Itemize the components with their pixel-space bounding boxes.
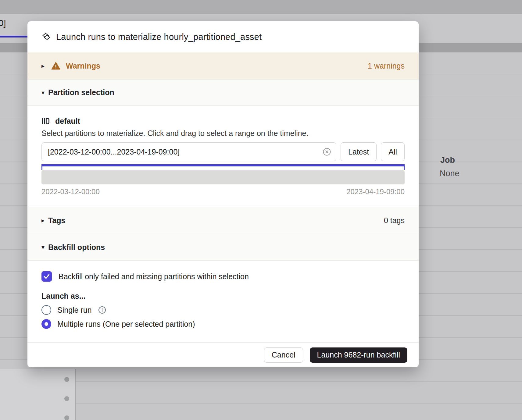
partition-dimension-row: default bbox=[41, 116, 405, 126]
background-dot bbox=[64, 377, 69, 382]
chevron-down-icon: ▾ bbox=[41, 89, 48, 96]
launch-backfill-dialog: Launch runs to materialize hourly_partit… bbox=[27, 21, 419, 367]
launch-as-label: Launch as... bbox=[41, 292, 405, 300]
multiple-runs-radio[interactable] bbox=[41, 319, 51, 329]
background-left-panel bbox=[0, 369, 76, 420]
dialog-footer: Cancel Launch 9682-run backfill bbox=[27, 342, 419, 367]
partition-timeline[interactable] bbox=[41, 170, 405, 184]
all-button[interactable]: All bbox=[381, 142, 405, 161]
multiple-runs-label: Multiple runs (One per selected partitio… bbox=[57, 320, 195, 329]
background-cut-text: 0] bbox=[0, 18, 6, 28]
partition-selection-header: Partition selection bbox=[48, 88, 114, 97]
chevron-right-icon: ▸ bbox=[41, 217, 48, 224]
partition-icon bbox=[41, 117, 50, 125]
multiple-runs-option: Multiple runs (One per selected partitio… bbox=[41, 319, 405, 329]
partition-range-controls: Latest All bbox=[41, 142, 405, 161]
materialize-asset-icon bbox=[41, 32, 51, 42]
dialog-title: Launch runs to materialize hourly_partit… bbox=[56, 32, 262, 42]
range-start-label: 2022-03-12-00:00 bbox=[41, 187, 100, 196]
background-dot bbox=[64, 396, 69, 401]
backfill-only-failed-label: Backfill only failed and missing partiti… bbox=[59, 272, 249, 281]
backfill-only-failed-checkbox[interactable] bbox=[41, 271, 52, 282]
background-dot bbox=[64, 415, 69, 420]
selection-range-bracket bbox=[41, 164, 405, 170]
warning-triangle-icon bbox=[51, 61, 60, 70]
partition-selection-body: default Select partitions to materialize… bbox=[27, 106, 419, 207]
info-icon[interactable] bbox=[98, 306, 106, 314]
background-job-column-label: Job bbox=[440, 155, 455, 165]
single-run-label: Single run bbox=[57, 306, 92, 315]
partition-range-input-wrap bbox=[41, 142, 336, 161]
latest-button[interactable]: Latest bbox=[341, 142, 377, 161]
partition-range-input[interactable] bbox=[41, 142, 336, 161]
partition-dimension-name: default bbox=[55, 117, 80, 126]
launch-backfill-button[interactable]: Launch 9682-run backfill bbox=[310, 347, 407, 363]
single-run-radio[interactable] bbox=[41, 305, 51, 315]
background-toolbar bbox=[0, 0, 522, 14]
single-run-option: Single run bbox=[41, 305, 405, 315]
warnings-label: Warnings bbox=[66, 62, 100, 70]
tags-section-toggle[interactable]: ▸ Tags 0 tags bbox=[27, 207, 419, 234]
cancel-button[interactable]: Cancel bbox=[264, 347, 303, 363]
backfill-only-failed-row: Backfill only failed and missing partiti… bbox=[41, 271, 405, 282]
clear-selection-icon[interactable] bbox=[322, 147, 331, 156]
partition-selection-description: Select partitions to materialize. Click … bbox=[41, 128, 405, 139]
range-end-label: 2023-04-19-09:00 bbox=[346, 187, 405, 196]
warnings-section-toggle[interactable]: ▸ Warnings 1 warnings bbox=[27, 52, 419, 79]
backfill-options-body: Backfill only failed and missing partiti… bbox=[27, 261, 419, 342]
chevron-right-icon: ▸ bbox=[41, 62, 48, 69]
background-job-value: None bbox=[440, 169, 459, 178]
dialog-header: Launch runs to materialize hourly_partit… bbox=[27, 21, 419, 52]
tags-count: 0 tags bbox=[384, 216, 405, 225]
tags-header: Tags bbox=[48, 216, 66, 225]
partition-selection-toggle[interactable]: ▾ Partition selection bbox=[27, 79, 419, 106]
backfill-options-header: Backfill options bbox=[48, 243, 105, 252]
chevron-down-icon: ▾ bbox=[41, 244, 48, 251]
warnings-count: 1 warnings bbox=[368, 62, 405, 70]
backfill-options-toggle[interactable]: ▾ Backfill options bbox=[27, 234, 419, 261]
timeline-range-labels: 2022-03-12-00:00 2023-04-19-09:00 bbox=[41, 187, 405, 196]
